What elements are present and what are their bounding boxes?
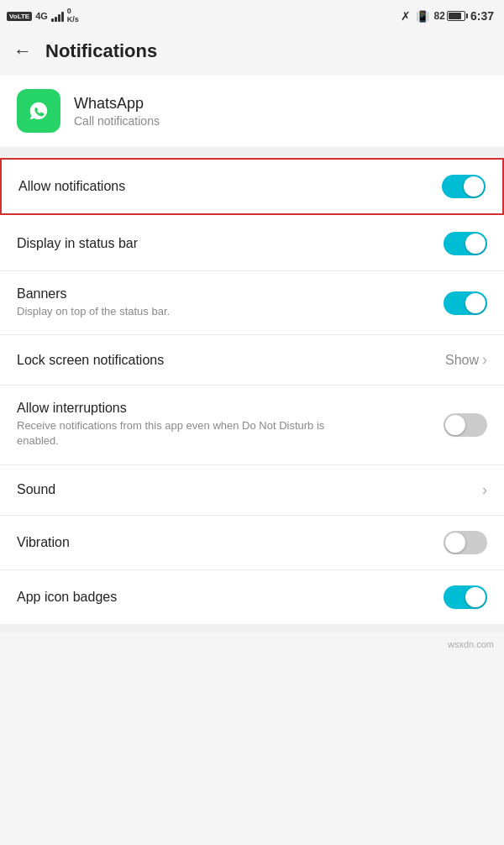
app-info: WhatsApp Call notifications: [0, 76, 504, 146]
toggle-allow-notifications[interactable]: [442, 175, 486, 198]
setting-sublabel-banners: Display on top of the status bar.: [17, 304, 170, 319]
setting-item-app-icon-badges[interactable]: App icon badges: [0, 570, 504, 624]
setting-label-banners: Banners: [17, 286, 170, 302]
toggle-allow-interruptions[interactable]: [444, 413, 487, 437]
time-display: 6:37: [470, 9, 494, 23]
signal-bar-3: [58, 14, 60, 22]
setting-sublabel-allow-interruptions: Receive notifications from this app even…: [17, 418, 336, 449]
settings-list: Allow notifications Display in status ba…: [0, 158, 504, 624]
status-bar: VoLTE 4G 0 K/s ✗ 📳 82 6:37: [0, 0, 504, 30]
app-icon: [17, 89, 60, 133]
header: ← Notifications: [0, 30, 504, 76]
watermark: wsxdn.com: [0, 632, 504, 656]
setting-item-vibration[interactable]: Vibration: [0, 516, 504, 570]
toggle-display-status-bar[interactable]: [444, 232, 487, 255]
setting-label-group-allow-interruptions: Allow interruptions Receive notification…: [17, 401, 336, 449]
setting-item-allow-interruptions[interactable]: Allow interruptions Receive notification…: [0, 386, 504, 464]
toggle-thumb-allow-interruptions: [445, 415, 465, 435]
phone-vibrate-icon: 📳: [416, 10, 429, 23]
toggle-thumb-allow-notifications: [464, 176, 484, 197]
setting-item-lock-screen-notifications[interactable]: Lock screen notifications Show ›: [0, 335, 504, 386]
toggle-thumb-display-status-bar: [465, 234, 486, 254]
toggle-thumb-banners: [465, 293, 486, 313]
setting-label-vibration: Vibration: [17, 535, 70, 550]
setting-label-app-icon-badges: App icon badges: [17, 590, 117, 605]
volte-badge: VoLTE: [7, 12, 32, 21]
section-divider-bottom: [0, 624, 504, 632]
chevron-icon-lock-screen-notifications: ›: [482, 351, 487, 369]
battery-percent: 82: [434, 10, 445, 22]
setting-item-banners[interactable]: Banners Display on top of the status bar…: [0, 271, 504, 335]
bluetooth-icon: ✗: [401, 9, 411, 23]
page-title: Notifications: [45, 40, 157, 62]
setting-label-group-vibration: Vibration: [17, 535, 70, 550]
app-details: WhatsApp Call notifications: [74, 95, 160, 128]
data-speed: 0 K/s: [67, 8, 79, 24]
signal-4g: 4G: [35, 11, 48, 21]
setting-label-lock-screen-notifications: Lock screen notifications: [17, 353, 164, 368]
app-subtitle: Call notifications: [74, 114, 160, 128]
signal-bar-2: [55, 17, 57, 22]
app-name: WhatsApp: [74, 95, 160, 113]
toggle-thumb-vibration: [445, 533, 465, 553]
setting-label-group-app-icon-badges: App icon badges: [17, 590, 117, 605]
toggle-app-icon-badges[interactable]: [444, 585, 487, 609]
setting-label-group-sound: Sound: [17, 482, 55, 497]
value-group-lock-screen-notifications: Show ›: [445, 351, 487, 369]
setting-value-lock-screen-notifications: Show: [445, 353, 479, 368]
battery-fill: [449, 13, 461, 19]
setting-label-group-allow-notifications: Allow notifications: [18, 179, 125, 194]
setting-item-display-status-bar[interactable]: Display in status bar: [0, 217, 504, 271]
whatsapp-logo: [24, 97, 53, 125]
setting-label-group-display-status-bar: Display in status bar: [17, 236, 138, 251]
toggle-banners[interactable]: [444, 291, 487, 315]
signal-bar-1: [51, 18, 54, 22]
signal-bars: [51, 10, 64, 22]
setting-label-group-lock-screen-notifications: Lock screen notifications: [17, 353, 164, 368]
setting-label-sound: Sound: [17, 482, 55, 497]
setting-label-allow-interruptions: Allow interruptions: [17, 401, 336, 416]
toggle-thumb-app-icon-badges: [465, 587, 486, 607]
setting-item-allow-notifications[interactable]: Allow notifications: [0, 158, 504, 215]
status-left: VoLTE 4G 0 K/s: [7, 8, 79, 24]
chevron-icon-sound: ›: [482, 481, 487, 499]
section-divider-1: [0, 148, 504, 156]
battery-icon: [447, 11, 465, 21]
toggle-vibration[interactable]: [444, 531, 487, 554]
setting-label-group-banners: Banners Display on top of the status bar…: [17, 286, 170, 319]
status-right: ✗ 📳 82 6:37: [401, 9, 494, 23]
setting-label-allow-notifications: Allow notifications: [18, 179, 125, 194]
setting-label-display-status-bar: Display in status bar: [17, 236, 138, 251]
signal-bar-4: [61, 12, 64, 22]
setting-item-sound[interactable]: Sound ›: [0, 465, 504, 516]
back-button[interactable]: ←: [13, 40, 32, 62]
battery-container: 82: [434, 10, 465, 22]
